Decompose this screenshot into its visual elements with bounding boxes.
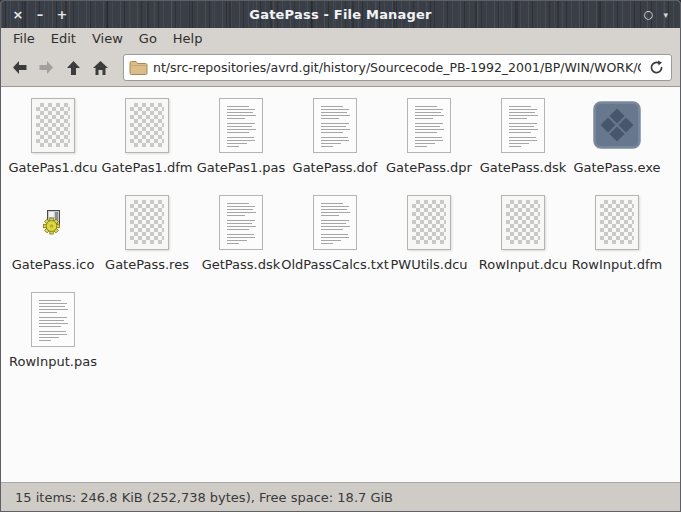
file-name-label: GatePass.ico xyxy=(10,257,97,272)
file-name-label: GatePass.dof xyxy=(291,160,380,175)
text-document-icon xyxy=(313,193,357,251)
menu-edit[interactable]: Edit xyxy=(43,29,84,48)
file-item[interactable]: GatePas1.pas xyxy=(194,96,288,193)
toolbar xyxy=(1,49,680,86)
file-manager-window: × – + GatePass - File Manager ○ ▾ File E… xyxy=(0,0,681,512)
reload-icon xyxy=(649,60,664,75)
file-item[interactable]: GatePass.dsk xyxy=(476,96,570,193)
menu-view[interactable]: View xyxy=(84,29,131,48)
file-name-label: RowInput.dcu xyxy=(477,257,569,272)
text-document-icon xyxy=(407,96,451,154)
ico-thumbnail-icon xyxy=(41,193,65,251)
home-icon xyxy=(92,60,109,76)
file-item[interactable]: RowInput.pas xyxy=(6,290,100,387)
forward-arrow-icon xyxy=(38,60,55,75)
reload-button[interactable] xyxy=(646,57,666,79)
file-name-label: GetPass.dsk xyxy=(200,257,283,272)
executable-icon xyxy=(593,96,641,154)
file-item[interactable]: GetPass.dsk xyxy=(194,193,288,290)
file-item[interactable]: GatePass.res xyxy=(100,193,194,290)
window-title: GatePass - File Manager xyxy=(1,7,680,22)
text-document-icon xyxy=(31,290,75,348)
file-name-label: RowInput.dfm xyxy=(570,257,664,272)
titlebar-right-controls: ○ ▾ xyxy=(644,8,680,21)
window-menu-arrow-icon[interactable]: ▾ xyxy=(663,10,668,20)
binary-checker-icon xyxy=(125,96,169,154)
file-icon-view[interactable]: GatePas1.dcuGatePas1.dfmGatePas1.pasGate… xyxy=(1,86,680,482)
up-button[interactable] xyxy=(61,55,86,81)
back-arrow-icon xyxy=(11,60,28,75)
file-name-label: GatePas1.dfm xyxy=(99,160,194,175)
file-name-label: RowInput.pas xyxy=(7,354,99,369)
text-document-icon xyxy=(219,193,263,251)
file-item[interactable]: PWUtils.dcu xyxy=(382,193,476,290)
forward-button[interactable] xyxy=(34,55,59,81)
file-item[interactable]: GatePass.dof xyxy=(288,96,382,193)
minimize-button[interactable]: – xyxy=(31,6,49,24)
file-name-label: GatePass.res xyxy=(103,257,191,272)
file-item[interactable]: OldPassCalcs.txt xyxy=(288,193,382,290)
file-item[interactable]: RowInput.dfm xyxy=(570,193,664,290)
maximize-button[interactable]: + xyxy=(53,6,71,24)
file-name-label: PWUtils.dcu xyxy=(388,257,469,272)
binary-checker-icon xyxy=(501,193,545,251)
binary-checker-icon xyxy=(407,193,451,251)
file-item[interactable]: GatePas1.dfm xyxy=(100,96,194,193)
file-name-label: GatePas1.dcu xyxy=(6,160,99,175)
binary-checker-icon xyxy=(595,193,639,251)
binary-checker-icon xyxy=(31,96,75,154)
menu-help[interactable]: Help xyxy=(165,29,211,48)
text-document-icon xyxy=(313,96,357,154)
file-item[interactable]: GatePas1.dcu xyxy=(6,96,100,193)
text-document-icon xyxy=(219,96,263,154)
file-name-label: GatePas1.pas xyxy=(195,160,288,175)
back-button[interactable] xyxy=(7,55,32,81)
menubar: File Edit View Go Help xyxy=(1,28,680,49)
window-circle-icon[interactable]: ○ xyxy=(644,8,654,21)
statusbar: 15 items: 246.8 KiB (252,738 bytes), Fre… xyxy=(1,482,680,511)
menu-go[interactable]: Go xyxy=(131,29,165,48)
home-button[interactable] xyxy=(88,55,113,81)
file-item[interactable]: GatePass.dpr xyxy=(382,96,476,193)
up-arrow-icon xyxy=(66,60,81,76)
window-controls: × – + xyxy=(1,6,71,24)
file-item[interactable]: GatePass.ico xyxy=(6,193,100,290)
path-input[interactable] xyxy=(153,60,641,75)
binary-checker-icon xyxy=(125,193,169,251)
statusbar-text: 15 items: 246.8 KiB (252,738 bytes), Fre… xyxy=(15,490,393,505)
text-document-icon xyxy=(501,96,545,154)
file-item[interactable]: GatePass.exe xyxy=(570,96,664,193)
close-button[interactable]: × xyxy=(9,6,27,24)
path-bar[interactable] xyxy=(123,54,672,81)
file-item[interactable]: RowInput.dcu xyxy=(476,193,570,290)
file-name-label: OldPassCalcs.txt xyxy=(279,257,390,272)
menu-file[interactable]: File xyxy=(5,29,43,48)
file-name-label: GatePass.exe xyxy=(571,160,662,175)
file-name-label: GatePass.dpr xyxy=(384,160,474,175)
titlebar: × – + GatePass - File Manager ○ ▾ xyxy=(1,1,680,28)
folder-icon xyxy=(129,60,148,76)
file-name-label: GatePass.dsk xyxy=(478,160,569,175)
